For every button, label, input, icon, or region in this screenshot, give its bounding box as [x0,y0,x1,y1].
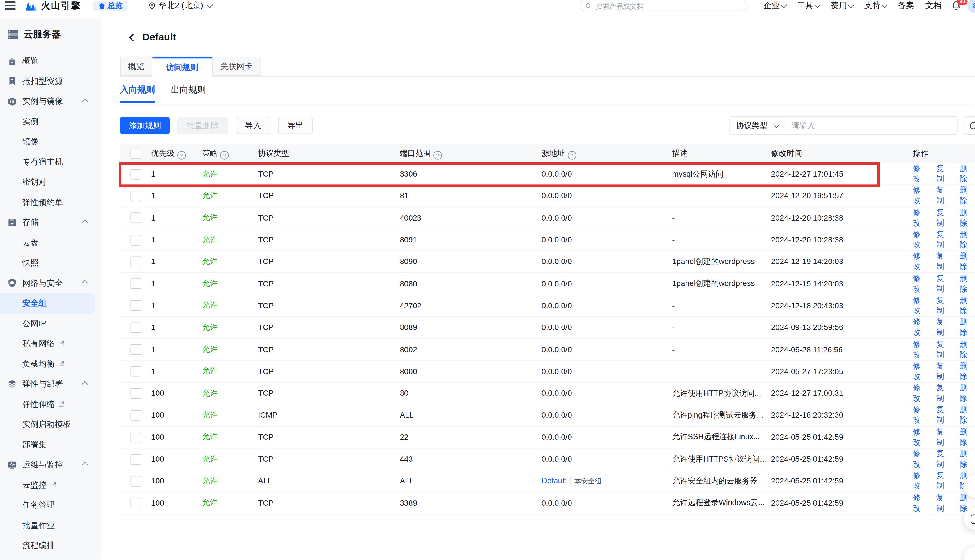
sidebar-item[interactable]: 任务管理 [0,495,101,515]
select-all-checkbox[interactable] [131,148,141,159]
search-box[interactable] [580,0,748,11]
sidebar-item[interactable]: 弹性伸缩 [0,394,101,415]
copy-link[interactable]: 复制 [936,163,952,185]
avatar[interactable]: 8 [967,0,975,13]
edit-link[interactable]: 修改 [913,361,928,382]
row-checkbox[interactable] [131,257,141,267]
sidebar-item[interactable]: 存储 [0,212,101,233]
row-checkbox[interactable] [131,278,141,289]
edit-link[interactable]: 修改 [913,492,928,513]
sidebar-item[interactable]: 快照 [0,253,101,273]
nav-menu-item[interactable]: 费用 [831,0,853,11]
row-checkbox[interactable] [131,344,141,355]
nav-menu-item[interactable]: 文档 [925,0,942,11]
row-checkbox[interactable] [131,476,141,487]
subtab-active[interactable]: 入向规则 [120,84,155,103]
overview-button[interactable]: 总览 [94,0,128,11]
edit-link[interactable]: 修改 [913,207,928,228]
sidebar-item[interactable]: 专有宿主机 [0,152,101,172]
row-checkbox[interactable] [131,300,141,311]
notifications-button[interactable]: 90 [952,0,961,10]
copy-link[interactable]: 复制 [936,361,952,382]
nav-menu-item[interactable]: 备案 [898,0,914,11]
sidebar-item[interactable]: 概览 [0,51,101,71]
sidebar-item[interactable]: 弹性与部署 [0,374,101,394]
row-checkbox[interactable] [131,388,141,399]
help-icon[interactable]: ? [433,151,442,160]
sidebar-item[interactable]: 抵扣型资源 [0,71,101,92]
sidebar-item[interactable]: 镜像 [0,132,101,152]
edit-link[interactable]: 修改 [913,405,928,426]
delete-link[interactable]: 删除 [960,383,975,404]
help-icon[interactable]: ? [220,151,229,160]
subtab-item[interactable]: 出向规则 [171,84,206,103]
delete-link[interactable]: 删除 [960,405,975,426]
delete-link[interactable]: 删除 [960,339,975,360]
add-rule-button[interactable]: 添加规则 [120,117,170,134]
delete-link[interactable]: 删除 [960,251,975,272]
edit-link[interactable]: 修改 [913,185,928,207]
delete-link[interactable]: 删除 [960,273,975,294]
delete-link[interactable]: 删除 [960,229,975,250]
row-checkbox[interactable] [131,410,141,421]
row-checkbox[interactable] [131,454,141,465]
edit-link[interactable]: 修改 [913,317,928,338]
edit-link[interactable]: 修改 [913,449,928,470]
edit-link[interactable]: 修改 [913,229,928,250]
row-checkbox[interactable] [131,169,141,179]
sidebar-item[interactable]: 实例与镜像 [0,92,101,112]
sidebar-item[interactable]: 实例 [0,112,101,132]
copy-link[interactable]: 复制 [936,339,952,360]
copy-link[interactable]: 复制 [936,251,952,272]
edit-link[interactable]: 修改 [913,427,928,448]
row-checkbox[interactable] [131,366,141,377]
copy-link[interactable]: 复制 [936,295,952,316]
tab-item[interactable]: 关联网卡 [212,57,261,76]
delete-link[interactable]: 删除 [960,449,975,470]
sidebar-item[interactable]: 网络与安全 [0,273,101,293]
sidebar-item[interactable]: 部署集 [0,435,101,455]
row-checkbox[interactable] [131,235,141,245]
delete-link[interactable]: 删除 [960,295,975,316]
edit-link[interactable]: 修改 [913,251,928,272]
copy-link[interactable]: 复制 [936,492,952,513]
row-checkbox[interactable] [131,498,141,508]
tab-item[interactable]: 概览 [120,57,152,76]
sidebar-item[interactable]: 实例启动模板 [0,415,101,435]
copy-link[interactable]: 复制 [936,207,952,228]
edit-link[interactable]: 修改 [913,339,928,360]
sidebar-item[interactable]: 运维与监控 [0,455,101,475]
edit-link[interactable]: 修改 [913,383,928,404]
sidebar-item[interactable]: 负载均衡 [0,354,101,374]
search-input[interactable] [594,2,747,10]
nav-menu-item[interactable]: 工具 [797,0,819,11]
import-button[interactable]: 导入 [236,117,270,134]
batch-delete-button[interactable]: 批量删除 [177,117,228,134]
logo[interactable]: 火山引擎 [25,0,81,12]
delete-link[interactable]: 删除 [960,163,975,185]
row-checkbox[interactable] [131,191,141,201]
sidebar-item[interactable]: 密钥对 [0,172,101,192]
edit-link[interactable]: 修改 [913,471,928,492]
copy-link[interactable]: 复制 [936,383,952,404]
copy-link[interactable]: 复制 [936,185,952,207]
sidebar-item[interactable]: 云盘 [0,233,101,253]
tab-active[interactable]: 访问规则 [152,57,212,77]
menu-icon[interactable] [5,2,16,10]
protocol-type-select[interactable]: 协议类型 [729,116,785,135]
delete-link[interactable]: 删除 [960,185,975,207]
copy-link[interactable]: 复制 [936,229,952,250]
sidebar-item[interactable]: 公网IP [0,313,101,333]
back-button[interactable] [127,33,136,42]
delete-link[interactable]: 删除 [960,317,975,338]
row-checkbox[interactable] [131,322,141,333]
row-checkbox[interactable] [131,432,141,443]
sidebar-item[interactable]: 流程编排 [0,536,101,556]
edit-link[interactable]: 修改 [913,295,928,316]
copy-link[interactable]: 复制 [936,471,952,492]
nav-menu-item[interactable]: 企业 [764,0,786,11]
copy-link[interactable]: 复制 [936,405,952,426]
source-value[interactable]: Default [542,477,566,485]
region-selector[interactable]: 华北2 (北京) [148,0,212,11]
nav-menu-item[interactable]: 支持 [864,0,886,11]
